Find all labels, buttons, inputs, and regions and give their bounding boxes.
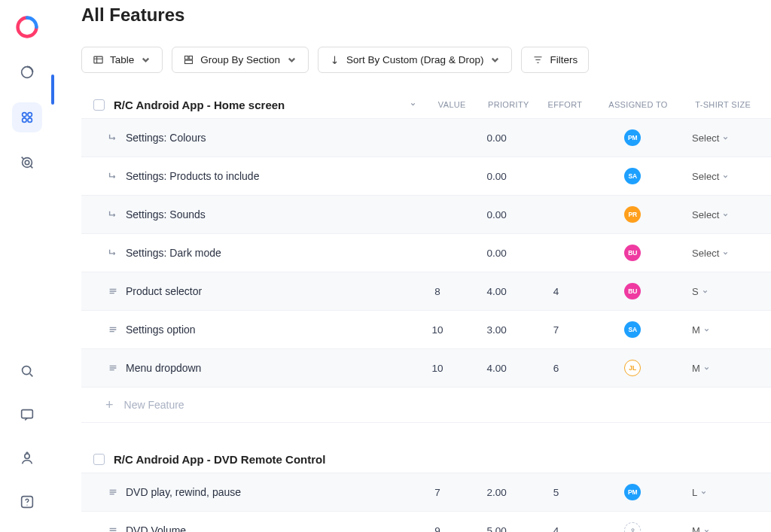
cell-assigned: SA <box>584 321 681 338</box>
nav-features-icon[interactable] <box>12 102 42 132</box>
avatar[interactable]: JL <box>624 360 641 376</box>
chevron-down-icon <box>489 54 501 65</box>
cell-effort[interactable]: 6 <box>528 363 584 374</box>
cell-value[interactable]: 10 <box>410 324 465 336</box>
toolbar: Table Group By Section Sort By Custom (D… <box>81 47 771 73</box>
main-content: All Features Table Group By Section Sort… <box>54 0 771 532</box>
cell-priority[interactable]: 0.00 <box>465 209 528 220</box>
cell-effort[interactable]: 4 <box>528 525 584 533</box>
svg-point-2 <box>28 113 32 117</box>
tshirt-select[interactable]: M <box>692 363 710 374</box>
tshirt-select[interactable]: Select <box>692 132 729 144</box>
table-row[interactable]: Settings: Colours0.00PMSelect <box>81 118 771 157</box>
tshirt-select[interactable]: Select <box>692 248 729 259</box>
cell-effort[interactable]: 4 <box>528 286 584 297</box>
tshirt-select[interactable]: Select <box>692 209 729 220</box>
column-header-assigned[interactable]: ASSIGNED TO <box>592 100 685 109</box>
feature-name: Settings: Sounds <box>126 208 206 220</box>
sort-by-label: Sort By Custom (Drag & Drop) <box>346 54 483 65</box>
subtask-icon <box>107 132 118 144</box>
drag-handle-icon <box>107 525 118 533</box>
cell-assigned: PR <box>584 206 681 223</box>
logo-icon[interactable] <box>12 12 42 42</box>
column-header-priority[interactable]: PRIORITY <box>479 100 538 109</box>
svg-point-16 <box>632 528 634 530</box>
tshirt-select[interactable]: Select <box>692 171 729 182</box>
svg-rect-14 <box>189 56 192 59</box>
cell-priority[interactable]: 3.00 <box>465 324 528 336</box>
table-row[interactable]: Menu dropdown104.006JLM <box>81 348 771 387</box>
table-row[interactable]: DVD Volume95.004M <box>81 511 771 532</box>
subtask-icon <box>107 171 118 182</box>
cell-value[interactable]: 10 <box>410 363 465 374</box>
table-icon <box>93 54 104 65</box>
cell-value[interactable]: 9 <box>410 525 465 533</box>
cell-effort[interactable]: 7 <box>528 324 584 336</box>
avatar[interactable]: PM <box>624 129 641 146</box>
tshirt-select[interactable]: M <box>692 324 710 336</box>
search-icon[interactable] <box>12 356 42 386</box>
new-feature-button[interactable]: +New Feature <box>81 387 771 423</box>
svg-point-9 <box>25 454 29 458</box>
tshirt-select[interactable]: L <box>692 487 707 498</box>
cell-priority[interactable]: 5.00 <box>465 525 528 533</box>
drag-handle-icon <box>107 324 118 336</box>
nav-roadmap-icon[interactable] <box>12 147 42 178</box>
svg-rect-13 <box>185 56 188 59</box>
group-name[interactable]: R/C Android App - Home screen <box>114 99 285 111</box>
cell-assigned: BU <box>584 283 681 299</box>
cell-priority[interactable]: 4.00 <box>465 363 528 374</box>
table-row[interactable]: Product selector84.004BUS <box>81 272 771 310</box>
feature-name: Settings: Dark mode <box>126 247 221 259</box>
avatar[interactable]: PR <box>624 206 641 223</box>
group-name[interactable]: R/C Android App - DVD Remote Control <box>114 453 325 466</box>
sort-by-button[interactable]: Sort By Custom (Drag & Drop) <box>318 47 512 73</box>
avatar[interactable]: BU <box>624 283 641 299</box>
cell-priority[interactable]: 0.00 <box>465 248 528 259</box>
svg-point-5 <box>23 158 32 168</box>
chevron-down-icon <box>286 54 297 65</box>
comments-icon[interactable] <box>12 400 42 430</box>
nav-insights-icon[interactable] <box>12 57 42 87</box>
cell-priority[interactable]: 2.00 <box>465 487 528 498</box>
filters-button[interactable]: Filters <box>521 47 589 73</box>
feature-name: Settings option <box>126 324 196 336</box>
cell-priority[interactable]: 4.00 <box>465 286 528 297</box>
tshirt-select[interactable]: M <box>692 525 710 533</box>
cell-assigned: PM <box>584 129 681 146</box>
column-header-value[interactable]: VALUE <box>425 100 479 109</box>
avatar[interactable]: SA <box>624 321 641 338</box>
group-by-button[interactable]: Group By Section <box>172 47 309 73</box>
filters-label: Filters <box>550 54 577 65</box>
cell-tshirt: M <box>681 363 759 374</box>
avatar[interactable]: BU <box>624 245 641 261</box>
tshirt-select[interactable]: S <box>692 286 709 297</box>
cell-effort[interactable]: 5 <box>528 487 584 498</box>
table-row[interactable]: Settings: Sounds0.00PRSelect <box>81 195 771 233</box>
view-table-button[interactable]: Table <box>81 47 163 73</box>
avatar[interactable]: SA <box>624 168 641 184</box>
cell-assigned: PM <box>584 484 681 500</box>
cell-value[interactable]: 8 <box>410 286 465 297</box>
group-header: R/C Android App - DVD Remote Control <box>81 445 771 473</box>
cell-value[interactable]: 7 <box>410 487 465 498</box>
column-header-effort[interactable]: EFFORT <box>538 100 592 109</box>
cell-priority[interactable]: 0.00 <box>465 132 528 144</box>
avatar[interactable]: PM <box>624 484 641 500</box>
table-row[interactable]: Settings option103.007SAM <box>81 310 771 348</box>
drag-handle-icon <box>107 363 118 374</box>
group-checkbox[interactable] <box>93 99 105 111</box>
table-row[interactable]: Settings: Dark mode0.00BUSelect <box>81 233 771 272</box>
plus-icon: + <box>105 398 114 412</box>
help-icon[interactable] <box>12 487 42 517</box>
table-row[interactable]: DVD play, rewind, pause72.005PML <box>81 473 771 511</box>
column-header-tshirt[interactable]: T-SHIRT SIZE <box>684 100 759 109</box>
cell-priority[interactable]: 0.00 <box>465 171 528 182</box>
team-icon[interactable] <box>12 443 42 473</box>
svg-point-1 <box>23 113 26 117</box>
group-checkbox[interactable] <box>93 454 105 465</box>
unassigned-avatar[interactable] <box>624 522 641 532</box>
cell-assigned <box>584 522 681 532</box>
feature-name: Product selector <box>126 285 202 297</box>
table-row[interactable]: Settings: Products to include0.00SASelec… <box>81 157 771 195</box>
